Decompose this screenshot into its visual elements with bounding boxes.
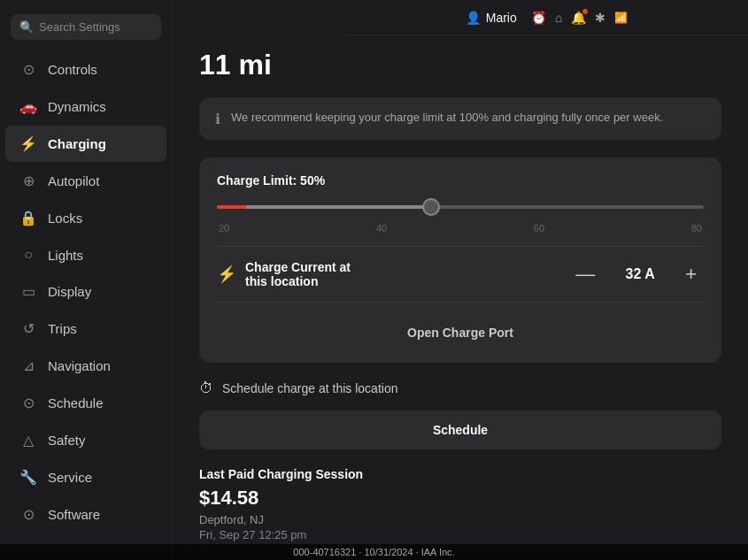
- sidebar-item-service[interactable]: 🔧Service: [5, 459, 166, 495]
- main-content: 11 mi ℹ We recommend keeping your charge…: [173, 0, 748, 560]
- slider-mark-80: 80: [691, 223, 702, 234]
- plug-icon: ⚡: [217, 265, 236, 284]
- service-nav-icon: 🔧: [19, 469, 37, 486]
- top-bar: 👤 Mario ⏰ ⌂ 🔔 ✱ 📶: [345, 0, 748, 35]
- charging-nav-label: Charging: [48, 136, 106, 151]
- clock-icon: ⏰: [531, 11, 546, 25]
- open-port-divider: [217, 302, 704, 303]
- schedule-button[interactable]: Schedule: [433, 423, 488, 437]
- charge-current-line1: Charge Current at: [245, 260, 351, 274]
- recommendation-text: We recommend keeping your charge limit a…: [231, 110, 663, 126]
- sidebar-item-schedule[interactable]: ⊙Schedule: [5, 385, 166, 421]
- bell-icon: 🔔: [571, 11, 586, 25]
- service-nav-label: Service: [48, 470, 92, 485]
- slider-mark-60: 60: [534, 223, 544, 234]
- charge-control: — 32 A +: [568, 259, 704, 289]
- last-session: Last Paid Charging Session $14.58 Deptfo…: [199, 467, 721, 545]
- last-session-amount: $14.58: [199, 487, 721, 510]
- schedule-nav-label: Schedule: [48, 395, 104, 410]
- charge-current-row: ⚡ Charge Current at this location — 32 A…: [217, 259, 704, 289]
- autopilot-nav-label: Autopilot: [48, 173, 99, 188]
- search-bar[interactable]: 🔍 Search Settings: [11, 14, 161, 40]
- sidebar-item-software[interactable]: ⊙Software: [5, 496, 166, 533]
- software-nav-icon: ⊙: [19, 506, 37, 523]
- user-display: 👤 Mario: [466, 11, 517, 25]
- schedule-section: ⏱ Schedule charge at this location: [199, 380, 721, 396]
- sidebar-item-autopilot[interactable]: ⊕Autopilot: [5, 163, 166, 199]
- sidebar-item-navigation[interactable]: ⊿Navigation: [5, 348, 166, 384]
- sidebar-item-charging[interactable]: ⚡Charging: [5, 126, 166, 162]
- slider-marks: 20 40 60 80: [217, 223, 704, 234]
- signal-icon: 📶: [614, 12, 628, 24]
- sidebar-item-dynamics[interactable]: 🚗Dynamics: [5, 88, 166, 125]
- charge-current-line2: this location: [245, 274, 351, 288]
- charge-limit-label: Charge Limit: 50%: [217, 173, 704, 188]
- page-title: 11 mi: [199, 49, 721, 81]
- safety-nav-label: Safety: [48, 433, 86, 448]
- slider-mark-40: 40: [376, 223, 387, 234]
- open-charge-port-button[interactable]: Open Charge Port: [389, 320, 531, 345]
- username: Mario: [486, 11, 517, 25]
- bluetooth-icon: ✱: [595, 11, 605, 25]
- display-nav-label: Display: [48, 284, 91, 299]
- locks-nav-label: Locks: [48, 211, 82, 226]
- sidebar-item-display[interactable]: ▭Display: [5, 273, 166, 310]
- display-nav-icon: ▭: [19, 283, 37, 300]
- schedule-icon: ⏱: [199, 380, 213, 396]
- trips-nav-label: Trips: [48, 321, 77, 336]
- dynamics-nav-label: Dynamics: [48, 99, 106, 114]
- autopilot-nav-icon: ⊕: [19, 173, 37, 189]
- navigation-nav-icon: ⊿: [19, 357, 37, 374]
- open-charge-port-row: Open Charge Port: [217, 315, 704, 347]
- home-icon: ⌂: [555, 11, 562, 25]
- person-icon: 👤: [466, 11, 481, 25]
- sidebar-item-lights[interactable]: ○Lights: [5, 237, 166, 272]
- slider-mark-20: 20: [219, 223, 229, 234]
- dynamics-nav-icon: 🚗: [19, 98, 37, 115]
- software-nav-label: Software: [48, 507, 100, 522]
- charge-current-label: ⚡ Charge Current at this location: [217, 260, 351, 288]
- last-session-title: Last Paid Charging Session: [199, 467, 721, 481]
- last-session-location: Deptford, NJ: [199, 513, 721, 526]
- charge-current-value: 32 A: [618, 266, 662, 282]
- locks-nav-icon: 🔒: [19, 210, 37, 226]
- schedule-button-panel: Schedule: [199, 410, 721, 449]
- schedule-nav-icon: ⊙: [19, 395, 37, 411]
- safety-nav-icon: △: [19, 432, 37, 449]
- charge-decrement-button[interactable]: —: [568, 259, 602, 289]
- charge-divider: [217, 246, 704, 247]
- charge-panel: Charge Limit: 50% 20 40 60 80: [199, 157, 721, 363]
- watermark: 000-40716321 · 10/31/2024 · IAA Inc.: [0, 544, 748, 560]
- sidebar-item-safety[interactable]: △Safety: [5, 422, 166, 458]
- sidebar-item-trips[interactable]: ↺Trips: [5, 311, 166, 347]
- charge-current-text: Charge Current at this location: [245, 260, 351, 288]
- lights-nav-label: Lights: [48, 248, 83, 263]
- search-icon: 🔍: [19, 20, 34, 34]
- charge-increment-button[interactable]: +: [678, 259, 704, 289]
- schedule-label: Schedule charge at this location: [222, 381, 397, 395]
- trips-nav-icon: ↺: [19, 320, 37, 337]
- sidebar-item-controls[interactable]: ⊙Controls: [5, 51, 166, 88]
- info-icon: ℹ: [215, 111, 220, 127]
- navigation-nav-label: Navigation: [48, 358, 111, 373]
- last-session-datetime: Fri, Sep 27 12:25 pm: [199, 526, 721, 545]
- search-placeholder: Search Settings: [39, 20, 120, 34]
- sidebar: 🔍 Search Settings ⊙Controls🚗Dynamics⚡Cha…: [0, 0, 173, 560]
- sidebar-item-locks[interactable]: 🔒Locks: [5, 200, 166, 236]
- recommendation-banner: ℹ We recommend keeping your charge limit…: [199, 97, 721, 140]
- controls-nav-label: Controls: [48, 62, 97, 77]
- controls-nav-icon: ⊙: [19, 61, 37, 78]
- charge-slider-container: [217, 196, 704, 218]
- charging-nav-icon: ⚡: [19, 135, 37, 152]
- status-icons: ⏰ ⌂ 🔔 ✱ 📶: [531, 11, 628, 25]
- lights-nav-icon: ○: [19, 247, 37, 263]
